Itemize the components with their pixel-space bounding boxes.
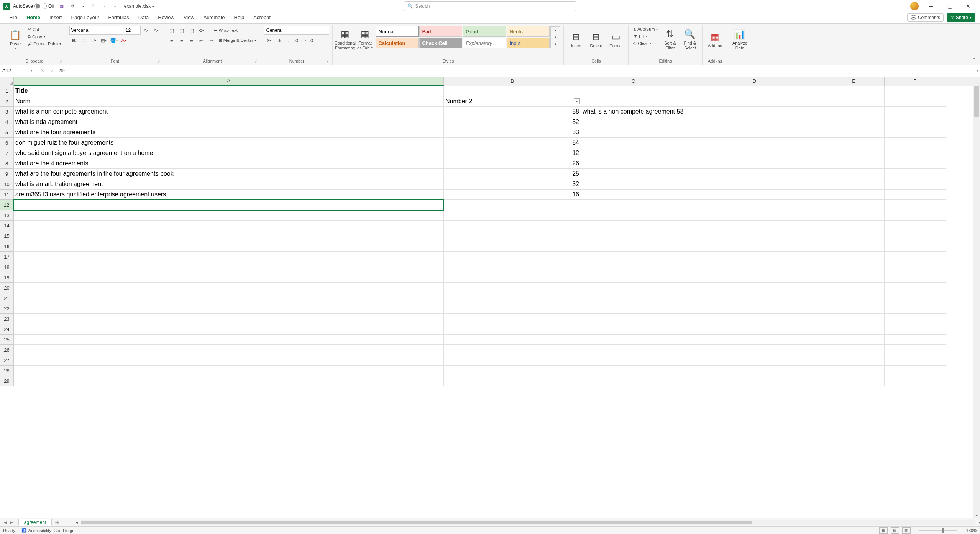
cell-D27[interactable]: [686, 355, 823, 366]
page-layout-view-icon[interactable]: ▤: [891, 527, 899, 534]
style-good[interactable]: Good: [463, 26, 506, 37]
qat-customize-icon[interactable]: ▿: [111, 2, 120, 10]
filename[interactable]: example.xlsx ▾: [124, 3, 154, 9]
cell-F20[interactable]: [885, 283, 946, 293]
cell-D1[interactable]: [686, 86, 823, 96]
cell-F7[interactable]: [885, 148, 946, 158]
cell-B18[interactable]: [444, 262, 581, 272]
expand-formula-icon[interactable]: ▾: [977, 68, 978, 73]
row-header-25[interactable]: 25: [0, 335, 14, 345]
cell-D25[interactable]: [686, 335, 823, 345]
cell-D28[interactable]: [686, 366, 823, 376]
increase-decimal-icon[interactable]: .0→: [294, 36, 303, 44]
undo-icon[interactable]: ↺: [68, 2, 77, 10]
cell-B5[interactable]: 33: [444, 127, 581, 138]
cell-E6[interactable]: [823, 138, 885, 148]
cell-E14[interactable]: [823, 221, 885, 231]
cell-A6[interactable]: don miguel ruiz the four agreements: [14, 138, 444, 148]
cell-C14[interactable]: [581, 221, 686, 231]
scrollbar-thumb[interactable]: [81, 521, 752, 524]
cell-F12[interactable]: [885, 200, 946, 210]
collapse-ribbon-icon[interactable]: ⌃: [972, 57, 976, 63]
cell-C18[interactable]: [581, 262, 686, 272]
cell-D14[interactable]: [686, 221, 823, 231]
cell-A26[interactable]: [14, 345, 444, 355]
underline-icon[interactable]: U▾: [89, 36, 98, 44]
tab-automate[interactable]: Automate: [199, 12, 230, 23]
cell-F11[interactable]: [885, 190, 946, 200]
cell-B24[interactable]: [444, 324, 581, 335]
font-size-select[interactable]: [124, 26, 141, 35]
cell-B28[interactable]: [444, 366, 581, 376]
clear-button[interactable]: ◇Clear ▾: [632, 40, 659, 46]
cell-C21[interactable]: [581, 293, 686, 303]
cell-A12[interactable]: [14, 200, 444, 210]
zoom-out-icon[interactable]: −: [914, 528, 916, 533]
row-header-11[interactable]: 11: [0, 190, 14, 200]
sheet-tab-agreement[interactable]: agreement: [18, 519, 52, 526]
cell-C10[interactable]: [581, 179, 686, 190]
align-right-icon[interactable]: ≡: [187, 36, 196, 44]
cell-E17[interactable]: [823, 252, 885, 262]
cell-D17[interactable]: [686, 252, 823, 262]
row-header-26[interactable]: 26: [0, 345, 14, 355]
cell-A21[interactable]: [14, 293, 444, 303]
tab-help[interactable]: Help: [230, 12, 249, 23]
cell-C16[interactable]: [581, 241, 686, 252]
cell-A15[interactable]: [14, 231, 444, 241]
row-header-13[interactable]: 13: [0, 210, 14, 221]
cell-C8[interactable]: [581, 158, 686, 169]
cell-C5[interactable]: [581, 127, 686, 138]
cell-C6[interactable]: [581, 138, 686, 148]
cell-F6[interactable]: [885, 138, 946, 148]
cell-B26[interactable]: [444, 345, 581, 355]
row-header-6[interactable]: 6: [0, 138, 14, 148]
cell-B20[interactable]: [444, 283, 581, 293]
row-header-12[interactable]: 12: [0, 200, 14, 210]
cell-E26[interactable]: [823, 345, 885, 355]
align-bottom-icon[interactable]: ⬚: [187, 26, 196, 35]
cell-styles-gallery[interactable]: NormalBadGoodNeutralCalculationCheck Cel…: [376, 26, 550, 48]
tab-acrobat[interactable]: Acrobat: [249, 12, 275, 23]
zoom-in-icon[interactable]: +: [960, 528, 963, 533]
fill-button[interactable]: ▼Fill ▾: [632, 33, 659, 39]
cell-A28[interactable]: [14, 366, 444, 376]
cell-A14[interactable]: [14, 221, 444, 231]
tab-review[interactable]: Review: [153, 12, 179, 23]
cell-E18[interactable]: [823, 262, 885, 272]
cell-F9[interactable]: [885, 169, 946, 179]
tab-page-layout[interactable]: Page Layout: [67, 12, 104, 23]
row-header-15[interactable]: 15: [0, 231, 14, 241]
cell-A19[interactable]: [14, 272, 444, 283]
cell-E15[interactable]: [823, 231, 885, 241]
cell-A20[interactable]: [14, 283, 444, 293]
insert-cells-button[interactable]: ⊞Insert: [567, 26, 585, 54]
cell-B16[interactable]: [444, 241, 581, 252]
cell-D16[interactable]: [686, 241, 823, 252]
conditional-formatting-button[interactable]: ▦Conditional Formatting: [336, 26, 354, 54]
tab-data[interactable]: Data: [134, 12, 153, 23]
align-top-icon[interactable]: ⬚: [167, 26, 176, 35]
cell-F2[interactable]: [885, 96, 946, 107]
cell-C24[interactable]: [581, 324, 686, 335]
increase-indent-icon[interactable]: ⇥: [207, 36, 216, 44]
scrollbar-thumb[interactable]: [974, 86, 979, 117]
column-header-F[interactable]: F: [885, 77, 946, 86]
cell-F15[interactable]: [885, 231, 946, 241]
row-header-4[interactable]: 4: [0, 117, 14, 127]
filter-dropdown-icon[interactable]: ▾: [574, 98, 580, 104]
cell-B7[interactable]: 12: [444, 148, 581, 158]
paste-button[interactable]: 📋 Paste▾: [6, 26, 25, 54]
row-header-22[interactable]: 22: [0, 303, 14, 314]
column-header-D[interactable]: D: [686, 77, 823, 86]
border-icon[interactable]: ⊞▾: [99, 36, 108, 44]
align-left-icon[interactable]: ≡: [167, 36, 176, 44]
cell-A2[interactable]: Norm: [14, 96, 444, 107]
cell-A17[interactable]: [14, 252, 444, 262]
cell-B2[interactable]: Number 2▾: [444, 96, 581, 107]
cell-A16[interactable]: [14, 241, 444, 252]
cell-D24[interactable]: [686, 324, 823, 335]
cell-E25[interactable]: [823, 335, 885, 345]
autosave-toggle[interactable]: AutoSave Off: [13, 3, 54, 9]
sort-filter-button[interactable]: ⇅Sort & Filter: [661, 26, 679, 54]
